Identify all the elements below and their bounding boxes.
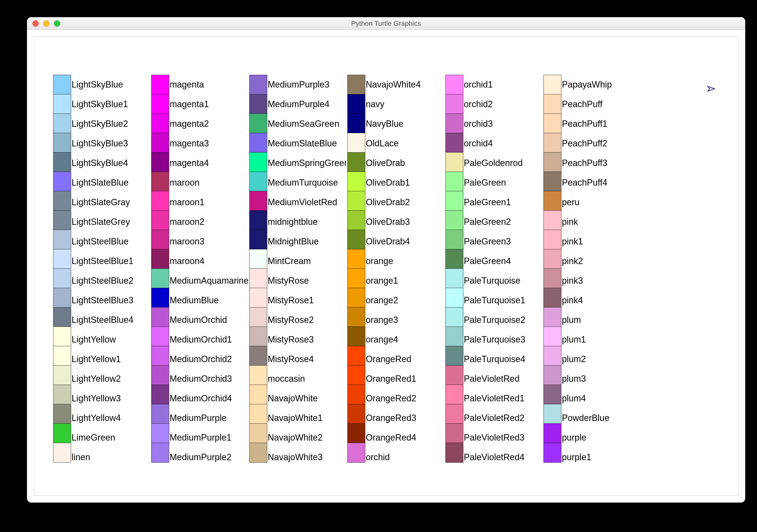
color-label: PowderBlue (562, 408, 640, 428)
color-label: MediumTurquoise (268, 173, 346, 193)
color-label: LightYellow3 (72, 389, 150, 408)
color-swatch (53, 269, 71, 288)
color-label: pink3 (562, 271, 640, 291)
color-label: orchid (366, 448, 444, 467)
color-label: PaleVioletRed3 (464, 428, 542, 448)
color-swatch (348, 443, 365, 462)
color-label: plum (562, 310, 640, 330)
color-label: orchid3 (464, 114, 542, 134)
color-column: LightSkyBlueLightSkyBlue1LightSkyBlue2Li… (53, 75, 151, 463)
color-swatch (53, 230, 71, 249)
color-label: MistyRose1 (268, 291, 346, 310)
color-swatch (151, 230, 169, 249)
color-label: orchid4 (464, 134, 542, 153)
color-swatch (53, 346, 71, 365)
color-swatch (544, 327, 561, 346)
color-label: MediumPurple1 (170, 428, 248, 448)
color-swatch (446, 443, 463, 462)
color-label: purple (562, 428, 640, 448)
color-label: PaleTurquoise3 (464, 330, 542, 349)
color-swatch (53, 443, 71, 462)
color-label: orange2 (366, 291, 444, 310)
color-label: midnightblue (268, 212, 346, 232)
window-controls (32, 20, 60, 27)
color-label: LightSteelBlue4 (72, 310, 150, 330)
color-swatch (544, 191, 561, 211)
color-label: MidnightBlue (268, 232, 346, 251)
color-label: plum4 (562, 389, 640, 408)
color-swatch (446, 404, 463, 423)
minimize-icon[interactable] (43, 20, 49, 27)
color-swatch (151, 443, 169, 462)
color-swatch (250, 385, 267, 404)
color-label: MistyRose3 (268, 330, 346, 349)
turtle-canvas[interactable]: LightSkyBlueLightSkyBlue1LightSkyBlue2Li… (34, 36, 738, 496)
color-swatch (250, 114, 267, 133)
color-grid: LightSkyBlueLightSkyBlue1LightSkyBlue2Li… (53, 75, 642, 463)
color-swatch (53, 133, 71, 152)
color-swatch (544, 230, 561, 249)
color-label: LightSkyBlue4 (72, 153, 150, 173)
color-label: MediumBlue (170, 291, 248, 310)
color-swatch (348, 114, 365, 133)
color-swatch (348, 365, 365, 385)
color-label: pink4 (562, 291, 640, 310)
color-label: MediumSpringGreen (268, 153, 346, 173)
color-swatch (151, 269, 169, 288)
color-label: PaleTurquoise (464, 271, 542, 291)
color-swatch (446, 288, 463, 307)
color-label: PaleGreen2 (464, 212, 542, 232)
color-label: OliveDrab2 (366, 193, 444, 212)
color-swatch (348, 94, 365, 114)
color-swatch (544, 443, 561, 462)
color-label: PaleGoldenrod (464, 153, 542, 173)
color-label: PeachPuff (562, 94, 640, 114)
color-label: pink (562, 212, 640, 232)
color-label: MediumVioletRed (268, 193, 346, 212)
color-label: orange4 (366, 330, 444, 349)
color-swatch (53, 423, 71, 443)
color-swatch (250, 443, 267, 462)
color-swatch (544, 365, 561, 385)
color-column: orchid1orchid2orchid3orchid4PaleGoldenro… (445, 75, 543, 463)
color-swatch (446, 211, 463, 230)
color-label: LightYellow1 (72, 349, 150, 369)
maximize-icon[interactable] (54, 20, 60, 27)
color-swatch (446, 269, 463, 288)
color-label: magenta (170, 75, 248, 94)
color-label: maroon4 (170, 251, 248, 271)
color-swatch (250, 423, 267, 443)
color-swatch (250, 211, 267, 230)
close-icon[interactable] (32, 20, 39, 27)
color-label: MediumOrchid (170, 310, 248, 330)
color-label: OliveDrab4 (366, 232, 444, 251)
color-swatch (348, 269, 365, 288)
color-label: pink2 (562, 251, 640, 271)
color-label: PaleGreen (464, 173, 542, 193)
color-swatch (53, 365, 71, 385)
color-swatch (544, 423, 561, 443)
color-swatch (151, 288, 169, 307)
color-swatch (53, 327, 71, 346)
color-label: NavyBlue (366, 114, 444, 134)
color-label: plum3 (562, 369, 640, 389)
color-label: OrangeRed3 (366, 408, 444, 428)
color-column: MediumPurple3MediumPurple4MediumSeaGreen… (249, 75, 348, 463)
color-swatch (544, 133, 561, 152)
color-label: pink1 (562, 232, 640, 251)
color-label: LightSkyBlue (72, 75, 150, 94)
svg-marker-0 (708, 86, 714, 91)
color-swatch (348, 230, 365, 249)
color-label: PeachPuff3 (562, 153, 640, 173)
color-swatch (250, 152, 267, 172)
color-swatch (348, 346, 365, 365)
color-swatch (348, 152, 365, 172)
color-swatch (151, 307, 169, 327)
color-swatch (446, 307, 463, 327)
color-label: PaleTurquoise2 (464, 310, 542, 330)
color-swatch (348, 423, 365, 443)
color-swatch (544, 269, 561, 288)
color-label: PaleVioletRed4 (464, 448, 542, 467)
color-label: magenta3 (170, 134, 248, 153)
color-label: OldLace (366, 134, 444, 153)
